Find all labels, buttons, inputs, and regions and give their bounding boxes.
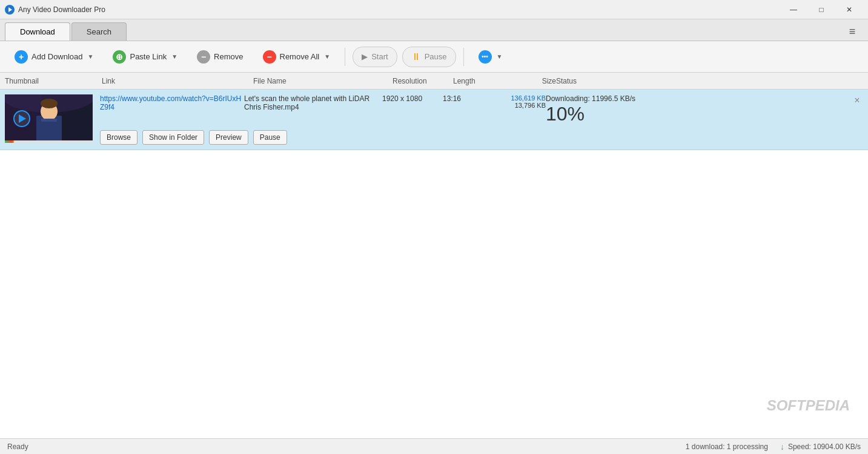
table-row: https://www.youtube.com/watch?v=B6rIUxHZ… [0, 90, 868, 150]
tab-bar: Download Search ≡ [0, 19, 868, 41]
minimize-button[interactable]: — [780, 0, 807, 19]
download-list: https://www.youtube.com/watch?v=B6rIUxHZ… [0, 90, 868, 438]
close-row-button[interactable]: × [851, 94, 863, 107]
add-download-button[interactable]: + Add Download ▼ [7, 47, 101, 67]
status-ready: Ready [7, 442, 686, 451]
add-icon: + [15, 50, 28, 64]
header-length: Length [453, 77, 495, 85]
download-filename: Let's scan the whole planet with LiDAR C… [244, 94, 382, 111]
progress-bar [5, 140, 93, 143]
header-resolution: Resolution [393, 77, 453, 85]
separator-1 [345, 48, 345, 66]
download-size: 136,619 KB 13,796 KB [485, 94, 546, 109]
paste-link-button[interactable]: ⊕ Paste Link ▼ [105, 47, 185, 67]
status-speed: ↓ Speed: 10904.00 KB/s [780, 442, 861, 452]
paste-link-dropdown-arrow: ▼ [171, 53, 177, 60]
row-main-info: https://www.youtube.com/watch?v=B6rIUxHZ… [100, 94, 863, 125]
remove-all-dropdown-arrow: ▼ [324, 53, 330, 60]
separator-2 [463, 48, 464, 66]
more-button[interactable]: ••• ▼ [471, 47, 510, 67]
header-size: Size [495, 77, 556, 85]
play-triangle-icon [19, 114, 26, 123]
tab-search[interactable]: Search [71, 22, 127, 41]
header-link: Link [102, 77, 253, 85]
maximize-button[interactable]: □ [807, 0, 835, 19]
thumbnail-container [5, 94, 93, 143]
watermark: SOFTPEDIA [767, 397, 850, 414]
download-length: 13:16 [443, 94, 485, 103]
speed-icon: ↓ [780, 442, 784, 452]
app-icon [5, 5, 15, 15]
tab-menu-button[interactable]: ≡ [841, 22, 863, 41]
header-status: Status [556, 77, 868, 85]
close-button[interactable]: ✕ [835, 0, 863, 19]
header-filename: File Name [253, 77, 393, 85]
start-button[interactable]: ▶ Start [353, 47, 397, 67]
start-icon: ▶ [362, 52, 368, 61]
add-download-dropdown-arrow: ▼ [88, 53, 94, 60]
remove-all-button[interactable]: − Remove All ▼ [256, 47, 338, 67]
title-bar: Any Video Downloader Pro — □ ✕ [0, 0, 868, 19]
download-resolution: 1920 x 1080 [382, 94, 443, 103]
remove-all-icon: − [263, 50, 276, 64]
toolbar: + Add Download ▼ ⊕ Paste Link ▼ − Remove… [0, 41, 868, 73]
progress-fill [5, 140, 14, 143]
row-pause-button[interactable]: Pause [253, 130, 287, 145]
status-downloads-info: 1 download: 1 processing [686, 442, 768, 451]
svg-rect-8 [41, 119, 57, 122]
download-link: https://www.youtube.com/watch?v=B6rIUxHZ… [100, 94, 244, 111]
download-status: Downloading: 11996.5 KB/s 10% [546, 94, 863, 125]
row-details: https://www.youtube.com/watch?v=B6rIUxHZ… [100, 94, 863, 145]
remove-icon: − [197, 50, 210, 64]
window-controls: — □ ✕ [780, 0, 863, 19]
browse-button[interactable]: Browse [100, 130, 137, 145]
paste-icon: ⊕ [113, 50, 126, 64]
row-actions: Browse Show in Folder Preview Pause [100, 130, 863, 145]
svg-point-7 [41, 99, 58, 108]
tab-download[interactable]: Download [5, 22, 70, 41]
download-percent: 10% [546, 103, 863, 125]
more-dropdown-arrow: ▼ [497, 53, 503, 60]
show-in-folder-button[interactable]: Show in Folder [142, 130, 204, 145]
status-bar: Ready 1 download: 1 processing ↓ Speed: … [0, 438, 868, 454]
table-header: Thumbnail Link File Name Resolution Leng… [0, 73, 868, 90]
remove-button[interactable]: − Remove [190, 47, 250, 67]
play-overlay[interactable] [13, 110, 30, 127]
pause-icon: ⏸ [411, 51, 421, 62]
more-icon: ••• [479, 50, 492, 64]
pause-button[interactable]: ⏸ Pause [402, 47, 456, 67]
app-title: Any Video Downloader Pro [18, 5, 780, 14]
header-thumbnail: Thumbnail [5, 77, 102, 85]
preview-button[interactable]: Preview [209, 130, 248, 145]
